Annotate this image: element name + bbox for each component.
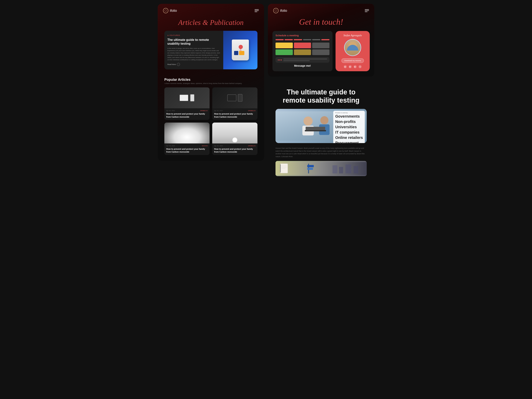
message-me-label: Message me! xyxy=(276,64,329,67)
contact-cards: Schedule a meeting xyxy=(268,31,374,71)
read-more-link[interactable]: Read More → xyxy=(167,63,220,66)
article-tag-4: DRIBBLES xyxy=(248,145,256,147)
used-by-item: IT companies xyxy=(335,130,363,135)
social-icon-linkedin[interactable]: in xyxy=(359,65,361,68)
logo-icon xyxy=(163,8,168,13)
article-detail-title: The ultimate guide to remote usability t… xyxy=(276,88,367,104)
logo: ifolio xyxy=(163,8,177,13)
article-date-row-1: Apr 30, 2022 DRIBBLES xyxy=(166,110,208,112)
article-date-4: Apr 30, 2022 xyxy=(214,145,223,147)
article-thumb-3 xyxy=(164,123,209,143)
article-date-1: Apr 30, 2022 xyxy=(166,110,175,112)
cal-bar-4 xyxy=(303,39,311,40)
bubble-dots xyxy=(278,59,282,60)
popular-subtitle: I share common trends, strategies ideas,… xyxy=(164,82,257,84)
article-date-row-2: Apr 30, 2022 DRIBBLES xyxy=(214,110,256,112)
article-thumb-4 xyxy=(212,123,257,143)
used-by-item: Non-profits xyxy=(335,119,363,124)
cup-visual xyxy=(232,39,249,60)
profile-avatar xyxy=(344,39,361,56)
article-meta-3: Apr 30, 2022 DESIGN How to prevent and p… xyxy=(164,143,209,155)
avatar-head xyxy=(348,42,357,50)
contact-panel: ifolio Get in touch! Schedule a meeting xyxy=(268,4,374,76)
article-title-1: How to prevent and protect your family f… xyxy=(166,113,208,118)
article-date-2: Apr 30, 2022 xyxy=(214,110,223,112)
image-overlay: Proxies is used by: GovernmentsNon-profi… xyxy=(333,111,365,143)
calendar-grid xyxy=(276,39,329,40)
thumb-desk-visual xyxy=(212,123,257,143)
svg-rect-5 xyxy=(305,130,326,132)
svg-rect-17 xyxy=(339,167,343,173)
featured-image xyxy=(223,31,257,70)
article-card-2[interactable]: Apr 30, 2022 DRIBBLES How to prevent and… xyxy=(212,87,257,120)
used-by-item: Online retailers xyxy=(335,135,363,140)
schedule-card: Schedule a meeting xyxy=(272,31,332,71)
featured-card[interactable]: FEATURED The ultimate guide to remote us… xyxy=(164,31,257,70)
left-header: ifolio xyxy=(158,4,264,16)
svg-rect-14 xyxy=(307,165,314,167)
bubble-dot-3 xyxy=(281,59,282,60)
used-by-item: Governments xyxy=(335,114,363,119)
article-tag-3: DESIGN xyxy=(202,145,208,147)
article-card-3[interactable]: Apr 30, 2022 DESIGN How to prevent and p… xyxy=(164,123,209,155)
thumb-phone-dark xyxy=(238,94,242,102)
message-bubble xyxy=(276,57,329,63)
articles-section: Articles & Publication FEATURED The ulti… xyxy=(158,16,264,78)
article-meta-2: Apr 30, 2022 DRIBBLES How to prevent and… xyxy=(212,108,257,120)
sticky-gray-2 xyxy=(312,49,329,55)
hamburger-menu[interactable] xyxy=(255,9,259,12)
contact-header: ifolio xyxy=(268,4,374,13)
svg-point-3 xyxy=(320,116,329,124)
popular-section: Popular Articles I share common trends, … xyxy=(158,78,264,155)
used-by-item: Procurement xyxy=(335,140,363,143)
svg-rect-15 xyxy=(307,168,313,170)
thumb-tablet-dark xyxy=(227,95,236,101)
cup-dot-blue xyxy=(234,51,238,55)
article-thumb-2 xyxy=(212,87,257,108)
schedule-title: Schedule a meeting xyxy=(276,34,329,37)
social-icons: ▶ ▶ ▶ in xyxy=(344,65,361,68)
download-resume-button[interactable]: Download my resume xyxy=(342,58,364,63)
thumb-devices-dark xyxy=(212,87,257,108)
logo-text: ifolio xyxy=(170,9,177,13)
social-icon-play[interactable]: ▶ xyxy=(344,65,347,68)
msg-line-2 xyxy=(283,60,310,61)
git-title: Get in touch! xyxy=(273,17,369,27)
sticky-yellow-2 xyxy=(294,49,311,55)
article-date-3: Apr 30, 2022 xyxy=(166,145,175,147)
logo-text-right: ifolio xyxy=(280,9,287,13)
sticky-red xyxy=(294,43,311,48)
article-date-row-4: Apr 30, 2022 DRIBBLES xyxy=(214,145,256,147)
popular-title: Popular Articles xyxy=(164,78,257,82)
profile-name: Stefan Agreagulo xyxy=(343,34,362,37)
article-body-text: Hoover Dam and the Grand Canyon: Book yo… xyxy=(276,147,367,158)
sticky-notes xyxy=(276,43,329,55)
left-panel: ifolio Articles & Publication FEATURED T… xyxy=(158,4,264,161)
message-lines xyxy=(283,58,327,61)
read-more-icon: → xyxy=(177,63,180,66)
article-card-4[interactable]: Apr 30, 2022 DRIBBLES How to prevent and… xyxy=(212,123,257,155)
thumb-tablet xyxy=(179,95,189,101)
thumb-phone xyxy=(190,94,195,102)
article-title-3: How to prevent and protect your family f… xyxy=(166,148,208,153)
thumb-devices-light xyxy=(164,87,209,108)
sticky-gray xyxy=(312,43,329,48)
bubble-dot-1 xyxy=(278,59,279,60)
articles-heading: Articles & Publication xyxy=(164,18,257,27)
logo-icon-right xyxy=(273,8,279,13)
svg-rect-18 xyxy=(346,165,351,173)
article-thumb-1 xyxy=(164,87,209,108)
profile-card: Stefan Agreagulo Download my resume ▶ ▶ … xyxy=(336,31,370,71)
article-card-1[interactable]: Apr 30, 2022 DRIBBLES How to prevent and… xyxy=(164,87,209,120)
proxies-label: Proxies is used by: xyxy=(335,112,363,114)
sticky-green xyxy=(276,49,293,55)
articles-grid: Apr 30, 2022 DRIBBLES How to prevent and… xyxy=(164,87,257,155)
social-icon-video[interactable]: ▶ xyxy=(354,65,357,68)
svg-rect-7 xyxy=(276,162,367,175)
svg-point-1 xyxy=(304,117,313,126)
hamburger-right[interactable] xyxy=(365,9,369,12)
social-icon-youtube[interactable]: ▶ xyxy=(349,65,352,68)
used-by-list: GovernmentsNon-profitsUniversitiesIT com… xyxy=(335,114,363,143)
article-footer-image xyxy=(276,161,367,176)
articles-title-italic: Publication xyxy=(210,19,244,26)
